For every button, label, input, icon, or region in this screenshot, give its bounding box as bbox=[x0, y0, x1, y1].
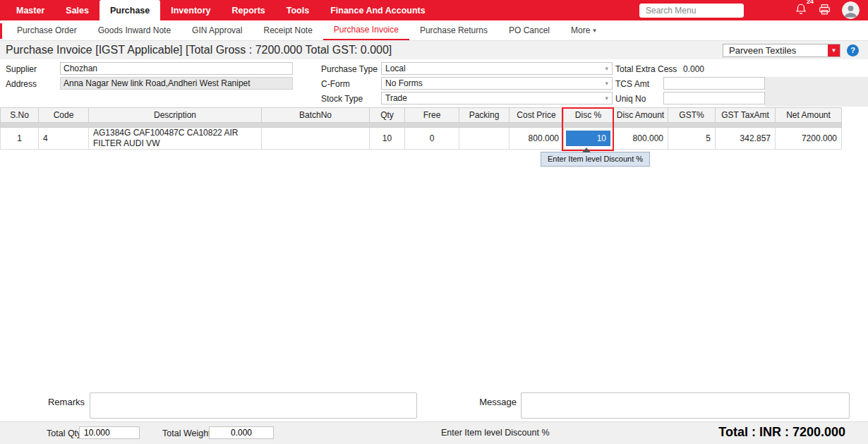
chevron-down-icon: ▾ bbox=[605, 65, 608, 72]
supplier-label: Supplier bbox=[6, 64, 37, 74]
nav-reports[interactable]: Reports bbox=[222, 0, 276, 20]
total-extra-cess-value: 0.000 bbox=[683, 64, 704, 74]
subnav-po-cancel[interactable]: PO Cancel bbox=[498, 20, 560, 40]
item-grid: S.No Code Description BatchNo Qty Free P… bbox=[0, 107, 841, 150]
main-menu: Master Sales Purchase Inventory Reports … bbox=[0, 0, 436, 20]
cell-net-amount[interactable]: 7200.000 bbox=[776, 128, 842, 150]
cell-disc-percent[interactable]: 10 bbox=[564, 128, 613, 150]
nav-finance-accounts[interactable]: Finance And Accounts bbox=[320, 0, 436, 20]
tcs-amt-label: TCS Amt bbox=[615, 79, 649, 89]
printer-icon bbox=[818, 3, 831, 18]
col-header-free: Free bbox=[405, 108, 459, 123]
topnav-right-controls: 24 bbox=[639, 1, 868, 19]
total-weight-input[interactable] bbox=[209, 426, 274, 439]
discount-tooltip-text: Enter Item level Discount % bbox=[548, 155, 643, 163]
grand-total: Total : INR : 7200.000 bbox=[718, 425, 845, 440]
col-header-description: Description bbox=[89, 108, 262, 123]
chevron-down-icon: ▾ bbox=[605, 80, 608, 87]
user-avatar[interactable] bbox=[842, 1, 860, 19]
cell-disc-amount[interactable]: 800.000 bbox=[613, 128, 668, 150]
subnav-more[interactable]: More ▾ bbox=[560, 20, 607, 40]
nav-sales[interactable]: Sales bbox=[55, 0, 100, 20]
nav-inventory[interactable]: Inventory bbox=[160, 0, 221, 20]
col-header-net-amount: Net Amount bbox=[776, 108, 842, 123]
remarks-label: Remarks bbox=[28, 397, 85, 407]
top-navigation-bar: Master Sales Purchase Inventory Reports … bbox=[0, 0, 868, 20]
purchase-submenu: Purchase Order Goods Inward Note GIN App… bbox=[0, 20, 868, 41]
address-input[interactable] bbox=[60, 77, 293, 90]
col-header-gst-percent: GST% bbox=[668, 108, 716, 123]
grid-filter-row bbox=[1, 123, 842, 128]
cell-free[interactable]: 0 bbox=[405, 128, 459, 150]
col-header-qty: Qty bbox=[370, 108, 405, 123]
message-textarea[interactable] bbox=[521, 392, 850, 419]
search-input[interactable] bbox=[639, 4, 744, 18]
company-select-value: Parveen Textiles bbox=[723, 44, 828, 56]
cell-packing[interactable] bbox=[459, 128, 510, 150]
col-header-sno: S.No bbox=[1, 108, 39, 123]
nav-tools[interactable]: Tools bbox=[276, 0, 320, 20]
cell-batchno[interactable] bbox=[262, 128, 370, 150]
title-bar: Purchase Invoice [IGST Applicable] [Tota… bbox=[0, 41, 868, 59]
total-weight-label: Total Weight bbox=[162, 428, 211, 438]
footer-bar: Total Qty Total Weight Enter Item level … bbox=[0, 421, 868, 444]
cell-qty[interactable]: 10 bbox=[370, 128, 405, 150]
notifications-button[interactable]: 24 bbox=[795, 3, 807, 18]
cell-code[interactable]: 4 bbox=[39, 128, 89, 150]
subnav-accent-bar bbox=[0, 23, 2, 39]
col-header-batchno: BatchNo bbox=[262, 108, 370, 123]
cell-gst-taxamt[interactable]: 342.857 bbox=[716, 128, 776, 150]
subnav-receipt-note[interactable]: Receipt Note bbox=[253, 20, 323, 40]
cell-gst-percent[interactable]: 5 bbox=[668, 128, 716, 150]
total-extra-cess-label: Total Extra Cess bbox=[615, 64, 677, 74]
person-icon bbox=[842, 11, 860, 19]
print-button[interactable] bbox=[818, 3, 831, 18]
remarks-textarea[interactable] bbox=[90, 392, 417, 419]
subnav-purchase-invoice[interactable]: Purchase Invoice bbox=[323, 20, 409, 40]
grid-header-row: S.No Code Description BatchNo Qty Free P… bbox=[1, 108, 842, 123]
total-qty-input[interactable] bbox=[79, 426, 140, 439]
company-dropdown-button[interactable]: ▼ bbox=[828, 44, 840, 56]
purchase-type-label: Purchase Type bbox=[321, 64, 378, 74]
help-button[interactable]: ? bbox=[847, 44, 859, 56]
subnav-goods-inward-note[interactable]: Goods Inward Note bbox=[88, 20, 181, 40]
nav-purchase[interactable]: Purchase bbox=[100, 0, 160, 20]
subnav-more-label: More bbox=[571, 25, 590, 35]
form-right-filler bbox=[765, 77, 868, 107]
subnav-gin-approval[interactable]: GIN Approval bbox=[181, 20, 253, 40]
stock-type-value: Trade bbox=[385, 93, 407, 103]
nav-master[interactable]: Master bbox=[6, 0, 55, 20]
uniq-no-input[interactable] bbox=[663, 92, 765, 104]
stock-type-label: Stock Type bbox=[321, 94, 363, 104]
purchase-type-select[interactable]: Local ▾ bbox=[381, 62, 613, 75]
total-qty-label: Total Qty bbox=[47, 428, 81, 438]
purchase-type-value: Local bbox=[385, 64, 406, 73]
discount-tooltip: Enter Item level Discount % bbox=[541, 152, 650, 167]
page-title: Purchase Invoice [IGST Applicable] [Tota… bbox=[6, 44, 392, 56]
col-header-code: Code bbox=[39, 108, 89, 123]
company-select[interactable]: Parveen Textiles ▼ bbox=[723, 44, 840, 57]
chevron-down-icon: ▾ bbox=[605, 95, 608, 102]
supplier-input[interactable] bbox=[60, 62, 293, 75]
c-form-select[interactable]: No Forms ▾ bbox=[381, 77, 613, 90]
tcs-amt-input[interactable] bbox=[663, 77, 765, 90]
disc-percent-input[interactable]: 10 bbox=[566, 131, 610, 146]
tooltip-arrow-icon bbox=[582, 148, 591, 152]
grid-data-row: 1 4 AG1384G CAF100487C CA10822 AIR FILTE… bbox=[1, 128, 842, 150]
col-header-disc-percent: Disc % bbox=[564, 108, 613, 123]
col-header-disc-amount: Disc Amount bbox=[613, 108, 668, 123]
cell-description[interactable]: AG1384G CAF100487C CA10822 AIR FILTER AU… bbox=[89, 128, 262, 150]
cell-cost-price[interactable]: 800.000 bbox=[510, 128, 564, 150]
col-header-cost-price: Cost Price bbox=[510, 108, 564, 123]
col-header-packing: Packing bbox=[459, 108, 510, 123]
stock-type-select[interactable]: Trade ▾ bbox=[381, 92, 613, 104]
message-label: Message bbox=[460, 397, 517, 407]
invoice-header-form: Supplier Address Purchase Type Local ▾ C… bbox=[0, 59, 868, 107]
subnav-purchase-order[interactable]: Purchase Order bbox=[6, 20, 88, 40]
cell-sno[interactable]: 1 bbox=[1, 128, 39, 150]
uniq-no-label: Uniq No bbox=[615, 94, 646, 104]
caret-down-icon: ▼ bbox=[831, 47, 837, 54]
subnav-purchase-returns[interactable]: Purchase Returns bbox=[409, 20, 498, 40]
disc-percent-value: 10 bbox=[597, 133, 606, 143]
col-header-gst-taxamt: GST TaxAmt bbox=[716, 108, 776, 123]
